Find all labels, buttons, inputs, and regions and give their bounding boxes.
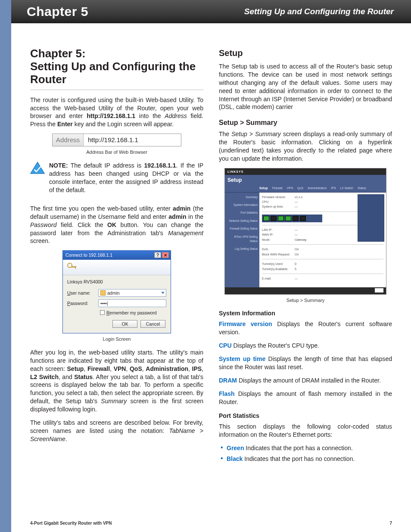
page: Chapter 5 Setting Up and Configuring the… bbox=[0, 0, 411, 532]
tab-ref: L2 Switch bbox=[30, 373, 59, 380]
login-body: Linksys RVS4000 User name: admin Passwor… bbox=[63, 260, 171, 333]
management-screen-ref: Management bbox=[168, 230, 203, 236]
tab-ref: VPN bbox=[114, 365, 126, 372]
side-stripe bbox=[0, 0, 11, 532]
text: Displays the amount of flash memory inst… bbox=[219, 390, 392, 405]
help-button[interactable]: ? bbox=[154, 252, 161, 258]
user-icon bbox=[100, 290, 106, 296]
default-username: admin bbox=[173, 205, 190, 212]
router-tab[interactable]: Firewall bbox=[272, 186, 282, 190]
nav-item[interactable]: Firewall Setting Status bbox=[227, 227, 258, 231]
username-field-ref: Username bbox=[98, 213, 126, 220]
router-brand: LINKSYS bbox=[225, 168, 386, 175]
password-row: Password: ••••| bbox=[67, 299, 166, 307]
setup-summary-paragraph: The Setup > Summary screen displays a re… bbox=[219, 130, 392, 163]
login-buttons: OK Cancel bbox=[67, 320, 166, 329]
term: Black bbox=[227, 455, 243, 462]
username-input[interactable]: admin bbox=[98, 289, 166, 297]
content: Chapter 5: Setting Up and Configuring th… bbox=[11, 23, 411, 468]
nav-item[interactable]: Port Statistics bbox=[227, 211, 258, 215]
router-section-label: Setup bbox=[227, 177, 242, 184]
router-tab[interactable]: QoS bbox=[297, 186, 303, 190]
list-item: Green Indicates that the port has a conn… bbox=[219, 444, 392, 452]
note-icon bbox=[30, 162, 45, 174]
router-tab[interactable]: Administration bbox=[308, 186, 327, 190]
router-leftnav: Summary System Information Port Statisti… bbox=[225, 193, 259, 287]
nav-item[interactable]: IPSec VPN Setting Status bbox=[227, 235, 258, 244]
notation-paragraph: The utility's tabs and screens are descr… bbox=[30, 419, 203, 443]
username-label: User name: bbox=[67, 290, 98, 296]
port-statistics-heading: Port Statistics bbox=[219, 412, 392, 420]
password-input[interactable]: ••••| bbox=[98, 299, 166, 307]
summary-caption: Setup > Summary bbox=[219, 297, 392, 304]
router-tab[interactable]: Setup bbox=[259, 186, 268, 190]
cpu-def: CPU Displays the Router's CPU type. bbox=[219, 342, 392, 350]
remember-checkbox[interactable] bbox=[100, 310, 105, 315]
text: in the bbox=[187, 213, 203, 220]
password-field-ref: Password bbox=[30, 221, 56, 228]
nav-item[interactable]: Log Setting Status bbox=[227, 247, 258, 251]
text: The default IP address is bbox=[68, 162, 144, 169]
router-tab[interactable]: IPS bbox=[331, 186, 336, 190]
svg-rect-3 bbox=[75, 266, 76, 269]
ip-url: http://192.168.1.1 bbox=[87, 112, 135, 119]
close-button[interactable]: ✕ bbox=[162, 252, 169, 258]
login-title: Connect to 192.168.1.1 bbox=[65, 252, 153, 258]
system-information-heading: System Information bbox=[219, 309, 392, 317]
default-ip: 192.168.1.1 bbox=[144, 162, 176, 169]
text: Indicates that the port has no connectio… bbox=[243, 455, 355, 462]
remember-row[interactable]: Remember my password bbox=[100, 310, 166, 316]
firmware-def: Firmware version Displays the Router's c… bbox=[219, 320, 392, 336]
router-tab[interactable]: Status bbox=[358, 186, 366, 190]
address-bar-url[interactable]: http://192.168.1.1 bbox=[84, 134, 181, 146]
password-value: ••••| bbox=[100, 300, 108, 306]
remember-label: Remember my password bbox=[106, 310, 157, 316]
term: CPU bbox=[219, 342, 232, 349]
nav-item[interactable]: Network Setting Status bbox=[227, 219, 258, 223]
svg-marker-0 bbox=[31, 162, 44, 174]
router-footer bbox=[225, 287, 386, 294]
router-tab[interactable]: L2 Switch bbox=[340, 186, 353, 190]
text: . bbox=[65, 436, 67, 442]
chapter-title-line1: Chapter 5: bbox=[30, 47, 86, 60]
text: The first time you open the web-based ut… bbox=[30, 205, 173, 212]
router-tab[interactable]: VPN bbox=[287, 186, 293, 190]
nav-item[interactable]: Summary bbox=[227, 195, 258, 199]
ok-button[interactable]: OK bbox=[112, 320, 137, 328]
port-status-list: Green Indicates that the port has a conn… bbox=[219, 444, 392, 463]
setup-summary-heading: Setup > Summary bbox=[219, 118, 392, 128]
first-time-paragraph: The first time you open the web-based ut… bbox=[30, 205, 203, 245]
cisco-logo-icon bbox=[375, 288, 383, 292]
keys-banner bbox=[63, 260, 171, 275]
uptime-def: System up time Displays the length of ti… bbox=[219, 355, 392, 371]
dram-def: DRAM Displays the amount of DRAM install… bbox=[219, 376, 392, 385]
intro-paragraph: The router is configured using the built… bbox=[30, 96, 203, 129]
term: Green bbox=[227, 445, 244, 451]
cancel-button[interactable]: Cancel bbox=[140, 320, 165, 328]
text: Displays the amount of DRAM installed in… bbox=[237, 377, 381, 384]
text: Indicates that the port has a connection… bbox=[244, 445, 352, 451]
text: field and enter bbox=[126, 213, 168, 220]
address-bar-caption: Address Bar of Web Browser bbox=[30, 149, 203, 156]
login-dialog-figure: Connect to 192.168.1.1 ? ✕ Linksys RVS40… bbox=[62, 250, 171, 333]
tab-ref: IPS bbox=[192, 365, 202, 372]
router-panel: Summary System Information Port Statisti… bbox=[225, 193, 386, 287]
enter-key-ref: Enter bbox=[57, 121, 73, 128]
keys-icon bbox=[66, 262, 78, 272]
port-icon bbox=[278, 216, 284, 221]
nav-item[interactable]: System Information bbox=[227, 203, 258, 207]
port-icon bbox=[263, 216, 269, 221]
text: screen. bbox=[30, 237, 50, 244]
summary-screen-ref: Summary bbox=[101, 398, 127, 404]
router-ports bbox=[262, 215, 322, 222]
text: key and the Login screen will appear. bbox=[73, 121, 174, 128]
address-bar-figure: Address http://192.168.1.1 bbox=[52, 134, 181, 146]
password-label: Password: bbox=[67, 300, 98, 306]
address-bar-label: Address bbox=[53, 134, 84, 146]
tab-ref: QoS bbox=[130, 365, 142, 372]
footer-product: 4-Port Gigabit Security Router with VPN bbox=[30, 520, 112, 526]
right-column: Setup The Setup tab is used to access al… bbox=[219, 47, 392, 468]
footer-page-number: 7 bbox=[389, 520, 392, 526]
text: into the bbox=[135, 112, 165, 119]
username-value: admin bbox=[107, 290, 120, 296]
